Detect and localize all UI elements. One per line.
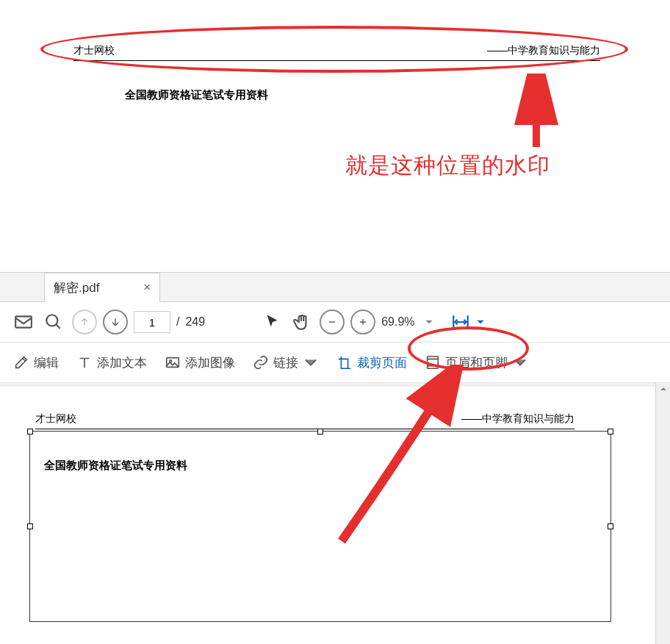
zoom-level-dropdown[interactable]: 69.9%: [381, 315, 433, 329]
document-view: 才士网校 ——中学教育知识与能力 全国教师资格证笔试专用资料: [0, 383, 670, 644]
add-image-button[interactable]: 添加图像: [157, 350, 242, 376]
document-page[interactable]: 才士网校 ——中学教育知识与能力 全国教师资格证笔试专用资料: [0, 387, 655, 644]
annotation-arrow-icon: [514, 74, 558, 154]
tab-bar: 解密.pdf ×: [0, 273, 670, 302]
scroll-up-icon[interactable]: [659, 384, 668, 393]
fit-width-icon[interactable]: [449, 310, 472, 334]
page-header-right: ——中学教育知识与能力: [461, 412, 574, 426]
top-annotated-preview: 才士网校 ——中学教育知识与能力 全国教师资格证笔试专用资料 就是这种位置的水印: [0, 0, 670, 272]
annotation-label: 就是这种位置的水印: [345, 151, 550, 181]
header-footer-label: 页眉和页脚: [445, 354, 508, 371]
main-toolbar: / 249 69.9%: [0, 302, 670, 343]
svg-point-2: [46, 315, 57, 326]
document-tab[interactable]: 解密.pdf ×: [44, 273, 160, 302]
pdf-editor-window: 解密.pdf × / 249: [0, 272, 670, 644]
crop-handle-ne[interactable]: [608, 429, 613, 434]
header-footer-button[interactable]: 页眉和页脚: [417, 350, 536, 376]
pointer-icon[interactable]: [261, 310, 284, 334]
crop-page-button[interactable]: 裁剪页面: [329, 350, 414, 376]
zoom-search-icon[interactable]: [41, 310, 66, 334]
tab-close-button[interactable]: ×: [143, 280, 151, 295]
svg-rect-1: [15, 316, 32, 327]
page-subtitle: 全国教师资格证笔试专用资料: [44, 459, 187, 473]
zoom-in-button[interactable]: [350, 310, 375, 334]
document-subtitle: 全国教师资格证笔试专用资料: [125, 88, 268, 102]
chevron-down-icon: [512, 354, 528, 371]
svg-rect-5: [428, 357, 439, 369]
chevron-down-icon: [424, 317, 434, 327]
add-text-label: 添加文本: [97, 354, 147, 371]
mail-icon[interactable]: [12, 310, 35, 334]
edit-label: 编辑: [34, 354, 59, 371]
page-header: 才士网校 ——中学教育知识与能力: [35, 412, 574, 429]
crop-page-label: 裁剪页面: [357, 354, 407, 371]
annotation-ellipse: [40, 26, 628, 73]
vertical-scrollbar[interactable]: [655, 383, 670, 644]
zoom-value-label: 69.9%: [381, 315, 414, 329]
prev-page-button[interactable]: [72, 310, 97, 334]
crop-handle-e[interactable]: [608, 523, 613, 529]
tab-title: 解密.pdf: [54, 279, 99, 296]
add-text-button[interactable]: 添加文本: [69, 350, 154, 376]
chevron-down-icon[interactable]: [475, 317, 486, 327]
chevron-down-icon: [303, 354, 319, 371]
page-separator: /: [176, 315, 179, 329]
crop-handle-nw[interactable]: [27, 429, 33, 434]
link-label: 链接: [273, 354, 298, 371]
next-page-button[interactable]: [103, 310, 128, 334]
link-button[interactable]: 链接: [245, 350, 326, 376]
zoom-out-button[interactable]: [320, 310, 345, 334]
page-number-input[interactable]: [134, 311, 170, 333]
crop-handle-n[interactable]: [317, 429, 323, 434]
page-header-left: 才士网校: [35, 412, 76, 426]
edit-button[interactable]: 编辑: [6, 350, 66, 376]
page-total-label: 249: [185, 315, 205, 329]
crop-handle-w[interactable]: [27, 523, 33, 529]
hand-tool-icon[interactable]: [290, 310, 314, 334]
edit-toolbar: 编辑 添加文本 添加图像 链接 裁剪页面 页眉和页脚: [0, 343, 670, 383]
add-image-label: 添加图像: [185, 354, 235, 371]
